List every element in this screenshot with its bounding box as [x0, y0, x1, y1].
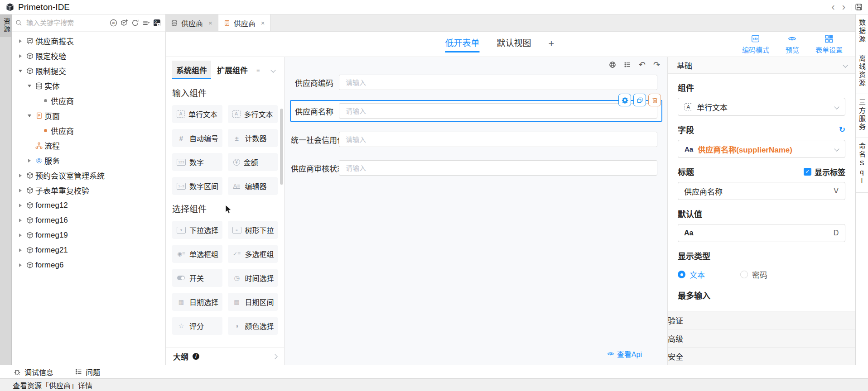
- palette-menu-icon[interactable]: ≡: [256, 67, 260, 73]
- new-module-icon[interactable]: [121, 19, 128, 27]
- tree-item-report[interactable]: 供应商报表: [12, 33, 165, 48]
- view-api-link[interactable]: 查看Api: [607, 348, 642, 359]
- close-icon[interactable]: ×: [261, 19, 265, 27]
- tree-item-formeg6[interactable]: formeg6: [12, 257, 165, 272]
- outline-section[interactable]: 大纲 i: [166, 348, 284, 365]
- supplier-code-input[interactable]: [345, 78, 651, 87]
- component-switch[interactable]: 开关: [172, 269, 222, 287]
- outline-list-icon[interactable]: [624, 61, 631, 68]
- refresh-field-icon[interactable]: ↻: [839, 125, 845, 134]
- debug-info-button[interactable]: 调试信息: [14, 367, 53, 377]
- code-mode-button[interactable]: 编码模式: [742, 34, 769, 54]
- tree-item-entity[interactable]: 实体: [12, 78, 165, 93]
- tree-item-subform-check[interactable]: 子表单重复校验: [12, 183, 165, 198]
- tree-item-meeting-system[interactable]: 预约会议室管理系统: [12, 168, 165, 183]
- radio-password[interactable]: 密码: [740, 269, 767, 280]
- component-date-picker[interactable]: ▦日期选择: [172, 293, 222, 311]
- field-select[interactable]: Aa 供应商名称(supplierName): [678, 140, 845, 158]
- supplier-name-input[interactable]: [345, 107, 651, 115]
- close-icon[interactable]: ×: [208, 19, 212, 27]
- strip-tab-offline-resources[interactable]: 离线资源: [856, 50, 868, 94]
- tab-default-view[interactable]: 默认视图: [497, 36, 531, 52]
- component-editor[interactable]: A≡编辑器: [228, 177, 278, 195]
- tree-item-formeg21[interactable]: formeg21: [12, 243, 165, 257]
- default-dynamic-button[interactable]: D: [827, 224, 845, 242]
- tab-lowcode-form[interactable]: 低开表单: [445, 36, 479, 52]
- radio-text[interactable]: 文本: [678, 269, 705, 280]
- component-tree-dropdown[interactable]: ≡树形下拉: [228, 221, 278, 239]
- component-select[interactable]: A 单行文本: [678, 98, 845, 116]
- number-icon: 123: [177, 159, 186, 166]
- component-checkbox-group[interactable]: ✓≡多选框组: [228, 245, 278, 263]
- tree-item-flow[interactable]: 流程: [12, 138, 165, 153]
- title-input[interactable]: 供应商名称: [678, 182, 827, 200]
- tree-item-supplier-entity[interactable]: 供应商: [12, 93, 165, 108]
- component-counter[interactable]: ±计数器: [228, 129, 278, 147]
- credit-code-input[interactable]: [345, 135, 651, 144]
- activity-tab-resources[interactable]: 资源: [0, 14, 11, 37]
- nav-forward-icon[interactable]: ›: [839, 1, 849, 14]
- tab-extended-components[interactable]: 扩展组件: [213, 61, 252, 79]
- audit-status-input[interactable]: [345, 164, 651, 172]
- problems-button[interactable]: 问题: [75, 367, 100, 377]
- component-multi-line-text[interactable]: A多行文本: [228, 105, 278, 123]
- component-dropdown[interactable]: ▾下拉选择: [172, 221, 222, 239]
- show-label-toggle[interactable]: ✓ 显示标签: [804, 166, 845, 177]
- refresh-icon[interactable]: [131, 19, 139, 27]
- editor-tab-supplier-entity[interactable]: 供应商 ×: [166, 14, 218, 31]
- strip-tab-datasource[interactable]: 数据源: [856, 14, 868, 50]
- checkbox-checked-icon[interactable]: ✓: [804, 168, 811, 176]
- tree-item-supplier-page[interactable]: 供应商: [12, 123, 165, 138]
- tree-item-formeg16[interactable]: formeg16: [12, 213, 165, 228]
- component-amount[interactable]: ¥金额: [228, 153, 278, 171]
- component-single-line-text[interactable]: A单行文本: [172, 105, 222, 123]
- component-number[interactable]: 123数字: [172, 153, 222, 171]
- undo-icon[interactable]: ↶: [639, 61, 646, 68]
- redo-icon[interactable]: ↷: [653, 61, 660, 68]
- tree-item-page[interactable]: 页面: [12, 108, 165, 123]
- accordion-security[interactable]: 安全: [667, 348, 855, 365]
- component-color-picker[interactable]: ◑颜色选择: [228, 317, 278, 335]
- inspector-header[interactable]: 基础: [668, 57, 855, 74]
- tree-item-formeg12[interactable]: formeg12: [12, 198, 165, 213]
- widget-delete-button[interactable]: [648, 94, 661, 106]
- field-row-supplier-name-selected[interactable]: 供应商名称: [290, 100, 662, 122]
- collapse-all-icon[interactable]: [142, 19, 150, 27]
- editor-tab-supplier-page[interactable]: 供应商 ×: [218, 14, 271, 31]
- tab-system-components[interactable]: 系统组件: [172, 61, 211, 79]
- preview-button[interactable]: 预览: [786, 34, 799, 54]
- accordion-validation[interactable]: 验证: [667, 311, 855, 329]
- flow-icon: [34, 142, 44, 149]
- component-number-range[interactable]: 1~3数字区间: [172, 177, 222, 195]
- tree-item-limit-submit[interactable]: 限制提交: [12, 63, 165, 78]
- component-auto-number[interactable]: #自动编号: [172, 129, 222, 147]
- field-row-supplier-code[interactable]: 供应商编码: [291, 75, 657, 90]
- default-value-input[interactable]: Aa: [678, 224, 827, 242]
- strip-tab-named-sql[interactable]: 命名Sql: [856, 138, 868, 193]
- palette-scrollbar[interactable]: [280, 109, 283, 185]
- accordion-advanced[interactable]: 高级: [667, 329, 855, 348]
- widget-copy-button[interactable]: [633, 94, 646, 106]
- component-radio-group[interactable]: ◉≡单选框组: [172, 245, 222, 263]
- field-row-credit-code[interactable]: 统一社会信用代码: [291, 132, 657, 147]
- form-settings-button[interactable]: 表单设置: [815, 34, 843, 54]
- tree-item-service[interactable]: 服务: [12, 153, 165, 168]
- tree-item-formeg19[interactable]: formeg19: [12, 228, 165, 243]
- search-input[interactable]: [25, 19, 106, 27]
- globe-icon[interactable]: [609, 61, 616, 68]
- strip-tab-label: 离线资源: [858, 55, 865, 87]
- add-view-button[interactable]: +: [548, 38, 554, 51]
- component-date-range[interactable]: ▦日期区间: [228, 293, 278, 311]
- component-rating[interactable]: ☆评分: [172, 317, 222, 335]
- strip-tab-third-party-services[interactable]: 三方服务: [856, 94, 868, 138]
- field-row-audit-status[interactable]: 供应商审核状态: [291, 160, 657, 176]
- palette-collapse-icon[interactable]: [270, 67, 275, 72]
- nav-back-icon[interactable]: ‹: [828, 1, 838, 14]
- ai-icon[interactable]: AI: [110, 19, 117, 27]
- tree-item-limit-check[interactable]: 限定校验: [12, 48, 165, 63]
- translate-icon[interactable]: 文a: [153, 19, 161, 27]
- component-time-picker[interactable]: ◷时间选择: [228, 269, 278, 287]
- widget-settings-button[interactable]: [618, 94, 631, 106]
- save-icon[interactable]: [855, 3, 863, 11]
- title-variable-button[interactable]: V: [827, 182, 845, 200]
